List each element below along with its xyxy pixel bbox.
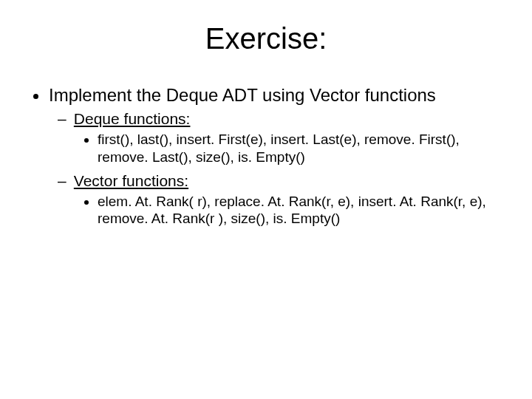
dash-icon: –	[58, 172, 69, 190]
dash-icon: –	[58, 110, 69, 128]
vector-detail: elem. At. Rank( r), replace. At. Rank(r,…	[98, 193, 502, 228]
bullet-list-level3-vector: elem. At. Rank( r), replace. At. Rank(r,…	[71, 193, 502, 228]
slide-title: Exercise:	[30, 22, 502, 55]
bullet-list-level3-deque: first(), last(), insert. First(e), inser…	[71, 131, 502, 166]
deque-label: Deque functions:	[74, 110, 191, 127]
bullet-list-level1: Implement the Deque ADT using Vector fun…	[33, 85, 502, 228]
main-bullet-text: Implement the Deque ADT using Vector fun…	[49, 85, 436, 105]
bullet-list-level2: – Deque functions: first(), last(), inse…	[49, 110, 502, 228]
vector-section: – Vector functions: elem. At. Rank( r), …	[71, 172, 502, 228]
deque-section: – Deque functions: first(), last(), inse…	[71, 110, 502, 166]
vector-label: Vector functions:	[74, 172, 188, 189]
deque-detail: first(), last(), insert. First(e), inser…	[98, 131, 502, 166]
slide-container: Exercise: Implement the Deque ADT using …	[0, 0, 532, 399]
main-bullet: Implement the Deque ADT using Vector fun…	[49, 85, 502, 228]
